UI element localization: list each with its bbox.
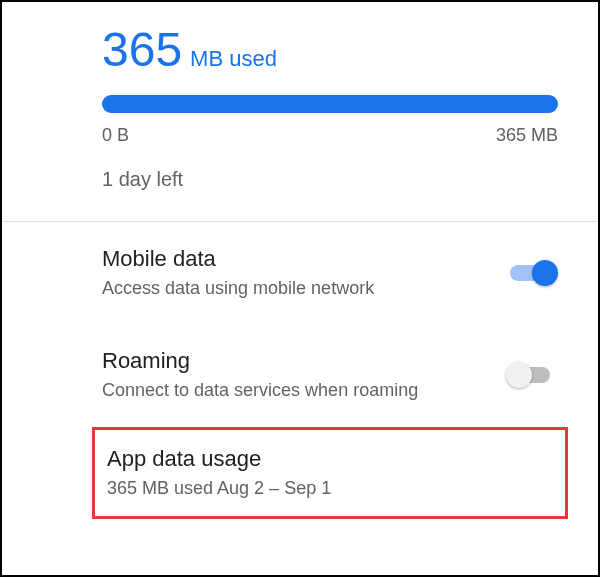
app-data-usage-subtitle: 365 MB used Aug 2 – Sep 1 — [107, 476, 553, 500]
roaming-setting[interactable]: Roaming Connect to data services when ro… — [2, 324, 598, 426]
mobile-data-subtitle: Access data using mobile network — [102, 276, 510, 300]
usage-progress-labels: 0 B 365 MB — [102, 125, 558, 146]
roaming-toggle[interactable] — [510, 362, 558, 388]
usage-progress-bar — [102, 95, 558, 113]
app-data-usage-setting[interactable]: App data usage 365 MB used Aug 2 – Sep 1 — [92, 427, 568, 519]
toggle-thumb — [506, 362, 532, 388]
mobile-data-title: Mobile data — [102, 246, 510, 272]
roaming-text: Roaming Connect to data services when ro… — [102, 348, 510, 402]
usage-max-label: 365 MB — [496, 125, 558, 146]
data-usage-summary: 365 MB used 0 B 365 MB 1 day left — [2, 2, 598, 221]
roaming-subtitle: Connect to data services when roaming — [102, 378, 510, 402]
days-left-label: 1 day left — [102, 168, 558, 191]
toggle-thumb — [532, 260, 558, 286]
mobile-data-setting[interactable]: Mobile data Access data using mobile net… — [2, 222, 598, 324]
usage-value: 365 MB used — [102, 22, 558, 77]
usage-number: 365 — [102, 22, 182, 77]
app-data-usage-title: App data usage — [107, 446, 553, 472]
mobile-data-text: Mobile data Access data using mobile net… — [102, 246, 510, 300]
usage-min-label: 0 B — [102, 125, 129, 146]
roaming-title: Roaming — [102, 348, 510, 374]
usage-unit: MB used — [190, 46, 277, 72]
mobile-data-toggle[interactable] — [510, 260, 558, 286]
